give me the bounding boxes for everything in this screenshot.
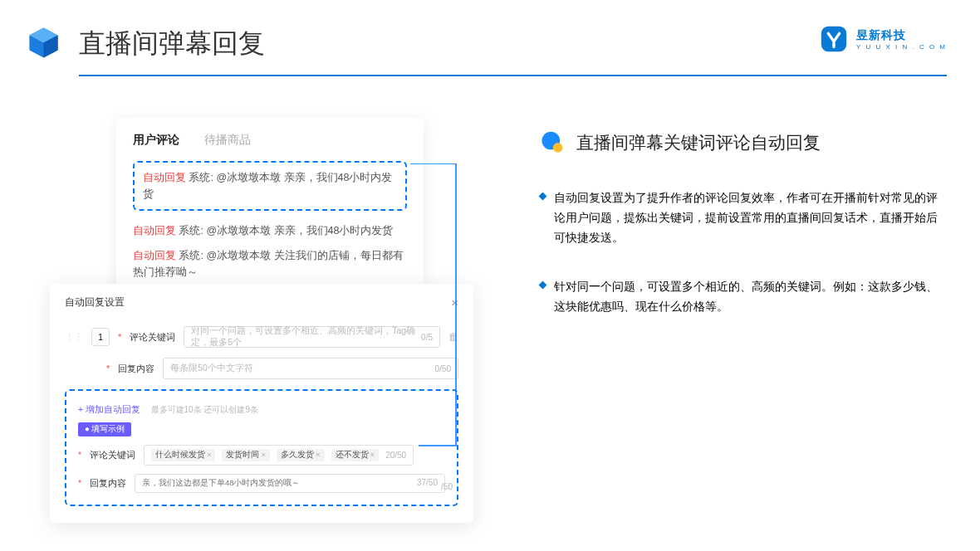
bullet-point: 自动回复设置为了提升作者的评论回复效率，作者可在开播前针对常见的评论用户问题，提… — [540, 188, 947, 247]
content-input[interactable]: 每条限50个中文字符 0/50 — [163, 358, 458, 379]
brand-logo: 昱新科技 Y U U X I N . C O M — [818, 23, 947, 55]
add-hint: 最多可建10条 还可以创建9条 — [151, 405, 258, 414]
chat-bubble-icon — [540, 130, 565, 155]
brand-subtitle: Y U U X I N . C O M — [856, 43, 947, 51]
svg-point-5 — [553, 143, 563, 153]
auto-reply-tag: 自动回复 — [133, 250, 176, 261]
example-content-text: 亲，我们这边都是下单48小时内发货的哦～ — [142, 478, 301, 489]
settings-title: 自动回复设置 — [65, 295, 125, 310]
example-content-label: 回复内容 — [90, 477, 126, 490]
example-row-keyword: * 评论关键词 什么时候发货×发货时间×多久发货×还不发货×20/50 — [78, 445, 445, 466]
highlighted-reply: 自动回复 系统: @冰墩墩本墩 亲亲，我们48小时内发货 — [133, 161, 407, 211]
content-label: 回复内容 — [118, 363, 154, 375]
section-heading: 直播间弹幕关键词评论自动回复 — [540, 130, 947, 155]
section-title: 直播间弹幕关键词评论自动回复 — [576, 131, 821, 154]
comments-card: 用户评论 待播商品 自动回复 系统: @冰墩墩本墩 亲亲，我们48小时内发货 自… — [116, 118, 424, 300]
keyword-input[interactable]: 对同一个问题，可设置多个相近、高频的关键词，Tag确定，最多5个 0/5 — [184, 326, 440, 348]
example-content-counter: 37/50 — [417, 478, 438, 489]
reply-item: 自动回复 系统: @冰墩墩本墩 关注我们的店铺，每日都有热门推荐呦～ — [133, 247, 407, 280]
form-row-content: * 回复内容 每条限50个中文字符 0/50 — [65, 358, 458, 379]
example-content-input[interactable]: 亲，我们这边都是下单48小时内发货的哦～ 37/50 — [135, 474, 445, 493]
reply-text: 系统: @冰墩墩本墩 亲亲，我们48小时内发货 — [176, 225, 394, 236]
diamond-icon — [539, 281, 547, 290]
keyword-label: 评论关键词 — [130, 331, 175, 344]
diamond-icon — [539, 193, 547, 201]
close-icon[interactable]: × — [451, 295, 458, 310]
drag-handle-icon[interactable]: ⋮⋮ — [65, 332, 83, 343]
example-row-content: * 回复内容 亲，我们这边都是下单48小时内发货的哦～ 37/50 — [78, 474, 445, 493]
auto-reply-tag: 自动回复 — [143, 172, 186, 183]
tag-item[interactable]: 多久发货× — [277, 449, 325, 461]
stray-counter: /50 — [441, 482, 453, 491]
add-reply-link[interactable]: + 增加自动回复 — [78, 404, 140, 414]
content-counter: 0/50 — [435, 364, 451, 373]
keyword-counter: 0/5 — [421, 333, 433, 342]
required-star-icon: * — [78, 479, 81, 488]
required-star-icon: * — [118, 332, 121, 342]
brand-icon — [818, 23, 850, 55]
settings-card: 自动回复设置 × ⋮⋮ 1 * 评论关键词 对同一个问题，可设置多个相近、高频的… — [50, 284, 473, 523]
required-star-icon: * — [106, 363, 110, 373]
bullet-text: 自动回复设置为了提升作者的评论回复效率，作者可在开播前针对常见的评论用户问题，提… — [554, 188, 947, 247]
brand-name: 昱新科技 — [856, 28, 947, 43]
example-keyword-counter: 20/50 — [385, 451, 406, 460]
bullet-point: 针对同一个问题，可设置多个相近的、高频的关键词。例如：这款多少钱、这块能优惠吗、… — [540, 277, 947, 317]
tab-pending-products[interactable]: 待播商品 — [204, 133, 251, 148]
tag-item[interactable]: 什么时候发货× — [151, 449, 216, 461]
delete-icon[interactable]: 🗑 — [448, 331, 458, 343]
tag-item[interactable]: 发货时间× — [222, 449, 270, 461]
tag-item[interactable]: 还不发货× — [331, 449, 380, 461]
example-tag-input[interactable]: 什么时候发货×发货时间×多久发货×还不发货×20/50 — [144, 445, 414, 466]
required-star-icon: * — [78, 451, 81, 460]
example-section: + 增加自动回复 最多可建10条 还可以创建9条 ● 填写示例 * 评论关键词 … — [65, 389, 458, 506]
tab-user-comments[interactable]: 用户评论 — [133, 133, 179, 148]
left-column: 用户评论 待播商品 自动回复 系统: @冰墩墩本墩 亲亲，我们48小时内发货 自… — [50, 118, 465, 347]
sequence-number: 1 — [91, 328, 110, 346]
placeholder-text: 对同一个问题，可设置多个相近、高频的关键词，Tag确定，最多5个 — [191, 325, 421, 349]
bullet-text: 针对同一个问题，可设置多个相近的、高频的关键词。例如：这款多少钱、这块能优惠吗、… — [554, 277, 947, 317]
example-keyword-label: 评论关键词 — [90, 449, 135, 461]
auto-reply-tag: 自动回复 — [133, 225, 176, 236]
reply-item: 自动回复 系统: @冰墩墩本墩 亲亲，我们48小时内发货 — [133, 222, 407, 239]
placeholder-text: 每条限50个中文字符 — [170, 363, 253, 374]
example-badge: ● 填写示例 — [78, 422, 131, 436]
page-title: 直播间弹幕回复 — [79, 26, 265, 62]
form-row-keyword: ⋮⋮ 1 * 评论关键词 对同一个问题，可设置多个相近、高频的关键词，Tag确定… — [65, 326, 458, 348]
cube-icon — [25, 25, 62, 62]
right-column: 直播间弹幕关键词评论自动回复 自动回复设置为了提升作者的评论回复效率，作者可在开… — [540, 118, 947, 347]
